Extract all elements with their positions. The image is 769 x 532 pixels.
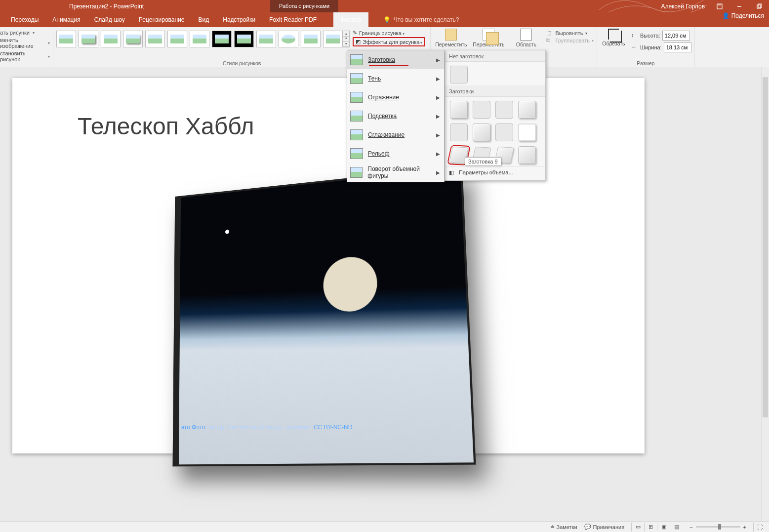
fx-soft-edges[interactable]: Сглаживание ▶ xyxy=(347,125,444,144)
minimize-button[interactable] xyxy=(729,0,749,12)
ribbon-tabs: Переходы Анимация Слайд-шоу Рецензирован… xyxy=(0,12,769,27)
tab-slideshow[interactable]: Слайд-шоу xyxy=(87,12,132,27)
picture-effects-button[interactable]: ◩ Эффекты для рисунка xyxy=(353,37,425,46)
align-button[interactable]: ⬚Выровнять▾ xyxy=(546,30,594,37)
bring-forward-button[interactable]: Переместить xyxy=(434,29,468,47)
preset-6[interactable] xyxy=(473,123,490,141)
preset-5[interactable] xyxy=(450,123,468,141)
tab-transitions[interactable]: Переходы xyxy=(4,12,45,27)
preset-1[interactable] xyxy=(450,101,468,119)
preset-flyout: Нет заготовок Заготовки Заготовка 9 ◧ Па… xyxy=(445,50,546,181)
caption-photo-link[interactable]: это Фото xyxy=(181,424,205,431)
reading-view-button[interactable]: ▣ xyxy=(657,523,670,532)
style-thumb-9[interactable] xyxy=(234,31,254,47)
preset-none[interactable] xyxy=(450,66,468,83)
style-thumb-2[interactable] xyxy=(79,31,98,47)
ribbon-display-options-icon[interactable] xyxy=(710,0,729,12)
tab-format[interactable]: Формат xyxy=(333,12,368,27)
sorter-view-button[interactable]: ⊞ xyxy=(644,523,657,532)
comments-button[interactable]: 💬Примечания xyxy=(584,524,625,530)
slide-picture[interactable] xyxy=(161,177,467,463)
vertical-scrollbar[interactable] xyxy=(761,67,769,521)
fx-glow[interactable]: Подсветка ▶ xyxy=(347,107,444,125)
style-thumb-11[interactable] xyxy=(279,31,298,47)
status-bar: ≐Заметки 💬Примечания ▭ ⊞ ▣ ▤ − + ⛶ xyxy=(0,521,769,532)
style-thumb-6[interactable] xyxy=(167,31,187,47)
tab-view[interactable]: Вид xyxy=(192,12,216,27)
style-thumb-1[interactable] xyxy=(56,31,76,47)
fx-bevel[interactable]: Рельеф ▶ xyxy=(347,144,444,163)
restore-button[interactable] xyxy=(749,0,769,12)
style-thumb-3[interactable] xyxy=(101,31,121,47)
tell-me-placeholder: Что вы хотите сделать? xyxy=(394,16,459,23)
preset-4[interactable] xyxy=(518,101,536,119)
3d-format-options[interactable]: ◧ Параметры объема... xyxy=(445,166,545,178)
change-picture-button[interactable]: менить изображение xyxy=(0,37,50,49)
preset-8[interactable] xyxy=(518,123,536,141)
tab-foxit[interactable]: Foxit Reader PDF xyxy=(262,12,324,27)
fx-shadow[interactable]: Тень ▶ xyxy=(347,69,444,88)
style-thumb-13[interactable] xyxy=(323,31,343,47)
tab-addins[interactable]: Надстройки xyxy=(216,12,262,27)
notes-button[interactable]: ≐Заметки xyxy=(550,524,577,530)
remove-background-button[interactable]: ать рисунки xyxy=(0,30,50,36)
preset-12[interactable] xyxy=(518,146,536,164)
contextual-tab-label: Работа с рисунками xyxy=(270,0,338,12)
style-thumb-4[interactable] xyxy=(123,31,143,47)
preset-2[interactable] xyxy=(473,101,490,119)
style-thumb-10[interactable] xyxy=(256,31,276,47)
tab-animation[interactable]: Анимация xyxy=(45,12,87,27)
chevron-right-icon: ▶ xyxy=(436,170,440,175)
height-input[interactable] xyxy=(662,31,690,41)
tab-review[interactable]: Рецензирование xyxy=(132,12,192,27)
style-gallery-dropdown[interactable]: ▴▾▾ xyxy=(343,31,350,47)
picture-style-gallery[interactable] xyxy=(56,29,343,48)
style-thumb-5[interactable] xyxy=(145,31,165,47)
rotation3d-icon xyxy=(350,167,363,178)
zoom-in-button[interactable]: + xyxy=(743,524,746,530)
chevron-right-icon: ▶ xyxy=(436,132,440,138)
crop-button[interactable]: Обрезать xyxy=(600,29,627,52)
zoom-slider[interactable] xyxy=(696,526,740,528)
picture-border-button[interactable]: ✎ Граница рисунка xyxy=(353,30,425,36)
height-field-row: ↕ Высота: xyxy=(631,31,691,41)
bevel-icon xyxy=(350,148,363,159)
comments-icon: 💬 xyxy=(584,524,591,530)
width-input[interactable] xyxy=(664,42,691,52)
picture-effects-menu: Заготовка ▶ Тень ▶ Отражение ▶ Подсветка… xyxy=(347,50,445,182)
caption-license-link[interactable]: CC BY-NC-ND xyxy=(314,424,352,431)
align-icon: ⬚ xyxy=(546,30,553,37)
slide-caption[interactable]: это Фото, автор: Неизвестный автор, лице… xyxy=(181,424,352,431)
group-button[interactable]: ⧉Группировать▾ xyxy=(546,37,594,44)
preset-3[interactable] xyxy=(495,101,513,119)
group-size: Обрезать ↕ Высота: ↔ Ширина: Размер xyxy=(597,27,695,67)
zoom-out-button[interactable]: − xyxy=(689,524,692,530)
preset-heading: Заготовки xyxy=(445,85,545,97)
scrollbar-thumb[interactable] xyxy=(763,77,768,417)
crop-icon xyxy=(608,29,619,40)
slide[interactable]: Телескоп Хаббл это Фото, автор: Неизвест… xyxy=(12,78,645,453)
group-icon: ⧉ xyxy=(546,37,553,44)
reset-picture-button[interactable]: становить рисунок xyxy=(0,50,50,62)
preset-7[interactable] xyxy=(495,123,513,141)
fx-3d-rotation[interactable]: Поворот объемной фигуры ▶ xyxy=(347,163,444,182)
share-button[interactable]: 👤 Поделиться xyxy=(722,12,764,19)
normal-view-button[interactable]: ▭ xyxy=(631,523,644,532)
style-thumb-8[interactable] xyxy=(212,31,232,47)
style-thumb-12[interactable] xyxy=(301,31,321,47)
zoom-handle[interactable] xyxy=(718,524,721,530)
fx-preset[interactable]: Заготовка ▶ xyxy=(347,50,444,69)
fit-to-window-button[interactable]: ⛶ xyxy=(753,523,766,532)
slide-title[interactable]: Телескоп Хаббл xyxy=(78,113,254,140)
style-thumb-7[interactable] xyxy=(190,31,209,47)
user-name[interactable]: Алексей Горлов xyxy=(661,3,705,10)
share-icon: 👤 xyxy=(722,12,729,19)
slideshow-view-button[interactable]: ▤ xyxy=(670,523,683,532)
send-backward-button[interactable]: Переместить xyxy=(471,29,506,47)
fx-reflection[interactable]: Отражение ▶ xyxy=(347,88,444,107)
pencil-icon: ✎ xyxy=(353,30,357,36)
tell-me-search[interactable]: 💡 Что вы хотите сделать? xyxy=(383,12,459,27)
selection-pane-button[interactable]: Область xyxy=(509,29,543,47)
zoom-control[interactable]: − + xyxy=(689,524,746,530)
chevron-right-icon: ▶ xyxy=(436,95,440,100)
